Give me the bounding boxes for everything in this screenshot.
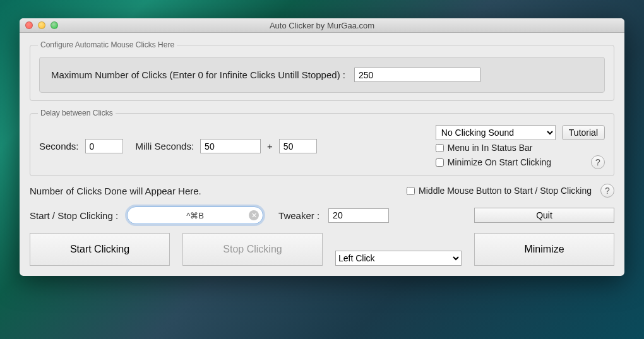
plus-label: +: [267, 141, 273, 152]
clicks-done-label: Number of Clicks Done will Appear Here.: [30, 186, 201, 196]
traffic-lights: [20, 21, 58, 29]
help-icon[interactable]: ?: [600, 184, 614, 198]
tutorial-button[interactable]: Tutorial: [562, 125, 605, 140]
zoom-icon[interactable]: [51, 21, 58, 29]
ms-label: Milli Seconds:: [136, 141, 194, 152]
tweaker-input[interactable]: [328, 208, 389, 223]
stop-clicking-button[interactable]: Stop Clicking: [182, 233, 323, 266]
middle-mouse-label: Middle Mouse Button to Start / Stop Clic…: [419, 186, 592, 196]
middle-mouse-row[interactable]: Middle Mouse Button to Start / Stop Clic…: [407, 186, 592, 196]
clear-icon[interactable]: ✕: [249, 210, 259, 220]
middle-mouse-checkbox[interactable]: [407, 187, 415, 195]
window-title: Auto Clicker by MurGaa.com: [20, 21, 624, 30]
seconds-input[interactable]: [85, 139, 123, 153]
ms1-input[interactable]: [200, 139, 261, 153]
minimize-start-checkbox[interactable]: [436, 158, 444, 167]
delay-right-col: No Clicking Sound Tutorial Menu in In St…: [436, 125, 605, 169]
sound-select[interactable]: No Clicking Sound: [436, 125, 556, 140]
max-clicks-label: Maximum Number of Clicks (Enter 0 for In…: [51, 69, 345, 80]
hotkey-value: ^⌘B: [186, 211, 204, 220]
minimize-button[interactable]: Minimize: [474, 233, 614, 266]
config-legend: Configure Automatic Mouse Clicks Here: [38, 40, 177, 49]
delay-group: Delay between Clicks Seconds: Milli Seco…: [30, 109, 614, 176]
bottom-row: Start Clicking Stop Clicking Left Click …: [30, 233, 614, 266]
quit-button[interactable]: Quit: [474, 208, 614, 223]
help-icon[interactable]: ?: [591, 155, 605, 169]
config-group: Configure Automatic Mouse Clicks Here Ma…: [30, 40, 614, 101]
hotkey-row: Start / Stop Clicking : ^⌘B ✕ Tweaker : …: [30, 206, 614, 224]
ms2-input[interactable]: [279, 139, 317, 153]
start-clicking-button[interactable]: Start Clicking: [30, 233, 170, 266]
menu-status-checkbox[interactable]: [436, 144, 444, 152]
click-type-select[interactable]: Left Click: [335, 251, 462, 266]
titlebar: Auto Clicker by MurGaa.com: [20, 18, 624, 33]
status-row: Number of Clicks Done will Appear Here. …: [30, 184, 614, 198]
menu-status-label: Menu in In Status Bar: [448, 143, 533, 153]
menu-status-row[interactable]: Menu in In Status Bar: [436, 143, 605, 153]
hotkey-label: Start / Stop Clicking :: [30, 210, 118, 221]
window-content: Configure Automatic Mouse Clicks Here Ma…: [20, 33, 624, 276]
minimize-start-label: Minimize On Start Clicking: [448, 157, 551, 167]
delay-legend: Delay between Clicks: [38, 109, 116, 117]
hotkey-input[interactable]: ^⌘B ✕: [127, 206, 263, 224]
max-clicks-row: Maximum Number of Clicks (Enter 0 for In…: [39, 57, 605, 93]
app-window: Auto Clicker by MurGaa.com Configure Aut…: [20, 18, 624, 276]
minimize-icon[interactable]: [38, 21, 45, 29]
seconds-label: Seconds:: [39, 141, 79, 152]
close-icon[interactable]: [25, 21, 33, 29]
max-clicks-input[interactable]: [354, 68, 480, 82]
delay-inputs: Seconds: Milli Seconds: +: [39, 125, 317, 153]
tweaker-label: Tweaker :: [278, 210, 319, 221]
